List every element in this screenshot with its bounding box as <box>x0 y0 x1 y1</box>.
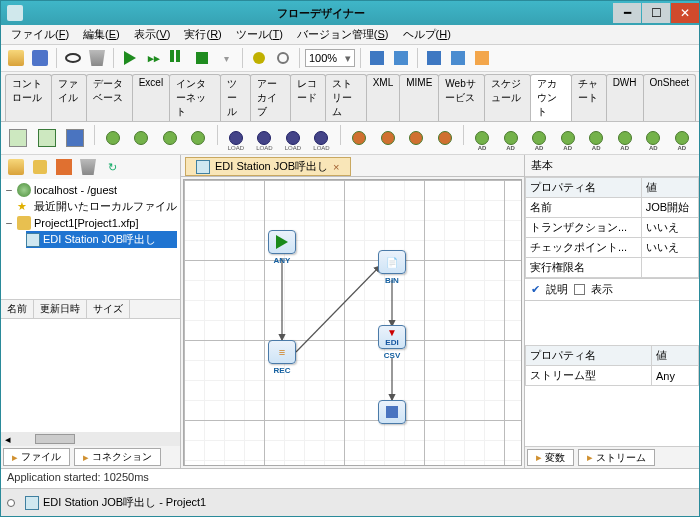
tab-12[interactable]: スケジュール <box>484 74 531 121</box>
prop-row[interactable]: ストリーム型Any <box>526 366 699 386</box>
zoom-combo[interactable]: 100%▾ <box>305 49 355 67</box>
palette-item[interactable]: AD <box>583 125 610 151</box>
lp-tool[interactable] <box>77 156 99 178</box>
palette-item[interactable]: AD <box>669 125 696 151</box>
right-tab[interactable]: ▸変数 <box>527 449 574 466</box>
save-button[interactable] <box>29 47 51 69</box>
left-tab[interactable]: ▸コネクション <box>74 448 161 466</box>
lp-tool[interactable] <box>29 156 51 178</box>
col-header[interactable]: 名前 <box>1 300 34 318</box>
palette-item[interactable]: LOAD <box>251 125 278 151</box>
open-button[interactable] <box>5 47 27 69</box>
lp-tool[interactable]: ↻ <box>101 156 123 178</box>
close-tab-icon[interactable]: × <box>333 161 339 173</box>
break-toggle[interactable] <box>248 47 270 69</box>
col-header[interactable]: サイズ <box>87 300 130 318</box>
palette-item[interactable] <box>157 125 184 151</box>
pause-button[interactable] <box>167 47 189 69</box>
maximize-button[interactable]: ☐ <box>642 3 670 23</box>
minimize-button[interactable]: ━ <box>613 3 641 23</box>
show-checkbox[interactable] <box>574 284 585 295</box>
node-rec[interactable]: ≡ REC <box>264 340 300 375</box>
palette-item[interactable]: AD <box>554 125 581 151</box>
stop-button[interactable] <box>191 47 213 69</box>
palette-item[interactable] <box>34 125 61 151</box>
h-scrollbar[interactable]: ◂ <box>1 432 180 446</box>
layout-b[interactable] <box>390 47 412 69</box>
dropdown-button[interactable]: ▾ <box>215 47 237 69</box>
step-button[interactable]: ▸▸ <box>143 47 165 69</box>
menu-v[interactable]: 表示(V) <box>128 26 177 43</box>
layout-a[interactable] <box>366 47 388 69</box>
palette-item[interactable] <box>346 125 373 151</box>
palette-item[interactable] <box>431 125 458 151</box>
tab-8[interactable]: ストリーム <box>325 74 366 121</box>
layout-c[interactable] <box>423 47 445 69</box>
palette-button[interactable] <box>86 47 108 69</box>
palette-item[interactable] <box>62 125 89 151</box>
tab-11[interactable]: Webサービス <box>438 74 485 121</box>
palette-item[interactable] <box>5 125 32 151</box>
tab-15[interactable]: DWH <box>606 74 644 121</box>
list-body[interactable] <box>1 319 180 433</box>
layout-e[interactable] <box>471 47 493 69</box>
tab-5[interactable]: ツール <box>220 74 250 121</box>
menu-e[interactable]: 編集(E) <box>77 26 126 43</box>
tab-6[interactable]: アーカイブ <box>250 74 291 121</box>
lp-tool[interactable] <box>53 156 75 178</box>
tab-7[interactable]: レコード <box>290 74 326 121</box>
palette-item[interactable]: AD <box>526 125 553 151</box>
palette-item[interactable] <box>128 125 155 151</box>
tab-13[interactable]: アカウント <box>530 74 571 121</box>
properties-table[interactable]: プロパティ名値 名前JOB開始トランザクション...いいえチェックポイント...… <box>525 177 699 278</box>
node-edi[interactable]: ▼EDI CSV <box>374 325 410 360</box>
close-button[interactable]: ✕ <box>671 3 699 23</box>
palette-item[interactable] <box>374 125 401 151</box>
tab-10[interactable]: MIME <box>399 74 439 121</box>
left-tab[interactable]: ▸ファイル <box>3 448 70 466</box>
palette-item[interactable] <box>403 125 430 151</box>
tree-item-selected[interactable]: EDI Station JOB呼出し <box>26 231 177 248</box>
prop-row[interactable]: チェックポイント...いいえ <box>526 238 699 258</box>
palette-item[interactable]: AD <box>469 125 496 151</box>
tab-4[interactable]: インターネット <box>169 74 221 121</box>
prop-row[interactable]: 実行権限名 <box>526 258 699 278</box>
lp-tool[interactable] <box>5 156 27 178</box>
tab-16[interactable]: OnSheet <box>643 74 696 121</box>
palette-item[interactable] <box>100 125 127 151</box>
tab-9[interactable]: XML <box>366 74 401 121</box>
view-button[interactable] <box>62 47 84 69</box>
palette-item[interactable]: AD <box>611 125 638 151</box>
node-end[interactable] <box>374 400 410 424</box>
break-clear[interactable] <box>272 47 294 69</box>
tab-0[interactable]: コントロール <box>5 74 52 121</box>
palette-item[interactable]: LOAD <box>280 125 307 151</box>
menu-f[interactable]: ファイル(F) <box>5 26 75 43</box>
menu-h[interactable]: ヘルプ(H) <box>397 26 457 43</box>
layout-d[interactable] <box>447 47 469 69</box>
palette-item[interactable]: AD <box>640 125 667 151</box>
prop-row[interactable]: 名前JOB開始 <box>526 198 699 218</box>
prop-row[interactable]: プロパティ名値 <box>526 346 699 366</box>
palette-item[interactable]: AD <box>497 125 524 151</box>
tab-2[interactable]: データベース <box>86 74 133 121</box>
tab-3[interactable]: Excel <box>132 74 170 121</box>
node-start[interactable]: ANY <box>264 230 300 265</box>
col-header[interactable]: 更新日時 <box>34 300 87 318</box>
canvas-tab[interactable]: EDI Station JOB呼出し × <box>185 157 351 176</box>
prop-row[interactable]: トランザクション...いいえ <box>526 218 699 238</box>
tab-14[interactable]: チャート <box>571 74 607 121</box>
menu-r[interactable]: 実行(R) <box>178 26 227 43</box>
menu-s[interactable]: バージョン管理(S) <box>291 26 395 43</box>
run-button[interactable] <box>119 47 141 69</box>
palette-item[interactable]: LOAD <box>308 125 335 151</box>
tree[interactable]: −localhost - /guest ★最近開いたローカルファイル −Proj… <box>1 179 180 299</box>
palette-item[interactable] <box>185 125 212 151</box>
stream-table[interactable]: プロパティ名値ストリーム型Any <box>525 345 699 386</box>
right-tab[interactable]: ▸ストリーム <box>578 449 655 466</box>
flow-canvas[interactable]: ANY 📄 BIN ≡ REC ▼EDI CSV <box>183 179 522 466</box>
tab-1[interactable]: ファイル <box>51 74 87 121</box>
palette-item[interactable]: LOAD <box>223 125 250 151</box>
node-bin[interactable]: 📄 BIN <box>374 250 410 285</box>
menu-t[interactable]: ツール(T) <box>230 26 289 43</box>
